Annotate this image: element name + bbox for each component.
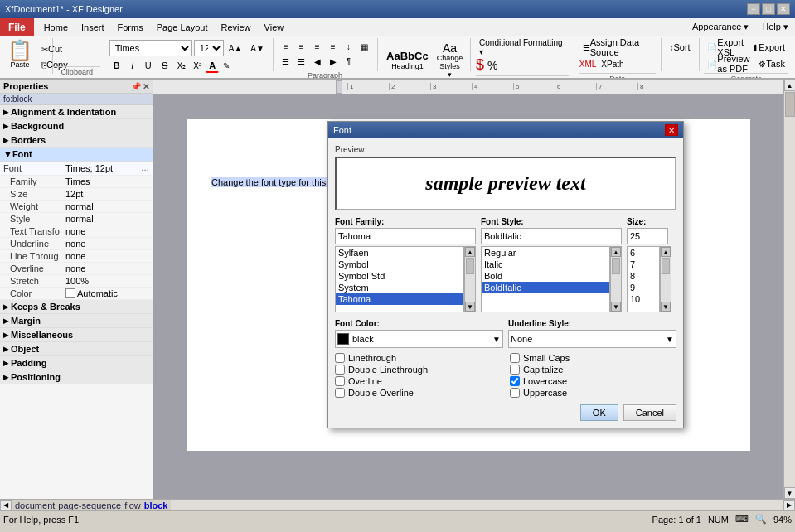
lowercase-checkbox[interactable] — [510, 376, 520, 386]
font-more-btn[interactable]: … — [141, 163, 149, 173]
align-justify-btn[interactable]: ≡ — [326, 40, 341, 53]
scroll-up-btn[interactable]: ▲ — [784, 80, 796, 91]
font-color-picker[interactable]: black ▼ — [335, 330, 503, 348]
increase-font-btn[interactable]: A▲ — [225, 41, 246, 56]
bold-button[interactable]: B — [109, 58, 124, 73]
breadcrumb-page-sequence[interactable]: page-sequence — [58, 501, 121, 510]
size-scrollbar[interactable]: ▲ ▼ — [660, 246, 671, 312]
family-scroll-up[interactable]: ▲ — [465, 247, 475, 257]
family-scroll-down[interactable]: ▼ — [465, 302, 475, 312]
uppercase-checkbox[interactable] — [510, 388, 520, 398]
sup-button[interactable]: X² — [190, 58, 205, 73]
prop-object-header[interactable]: ▶ Object — [0, 342, 153, 356]
small-caps-checkbox[interactable] — [510, 353, 520, 363]
size-8[interactable]: 8 — [628, 270, 659, 282]
ok-button[interactable]: OK — [580, 404, 618, 421]
breadcrumb-block[interactable]: block — [144, 501, 168, 510]
decrease-indent-btn[interactable]: ◀ — [310, 55, 325, 68]
minimize-button[interactable]: − — [747, 3, 760, 15]
scroll-thumb[interactable] — [785, 92, 795, 117]
scroll-track[interactable] — [784, 91, 795, 487]
shading-btn[interactable]: ▦ — [357, 40, 372, 53]
font-color-dropdown-arrow[interactable]: ▼ — [492, 335, 501, 344]
preview-pdf-btn[interactable]: 📄 Preview as PDF — [704, 56, 754, 71]
cut-button[interactable]: ✂ Cut — [38, 41, 71, 56]
font-color-button[interactable]: A — [206, 58, 219, 73]
heading1-style[interactable]: AaBbCc Heading1 — [382, 47, 432, 73]
xpath-btn[interactable]: XPath — [598, 56, 627, 71]
menu-insert[interactable]: Insert — [75, 18, 111, 36]
prop-pin-btn[interactable]: 📌 — [131, 82, 141, 91]
conditional-format-btn[interactable]: Conditional Formatting ▾ — [476, 40, 569, 55]
close-button[interactable]: ✕ — [777, 3, 790, 15]
list-btn[interactable]: ☰ — [279, 55, 293, 68]
prop-background-header[interactable]: ▶ Background — [0, 119, 153, 133]
assign-data-btn[interactable]: ☰ Assign Data Source — [579, 40, 656, 55]
size-9[interactable]: 9 — [628, 282, 659, 293]
font-size-select[interactable]: 12 — [194, 40, 224, 56]
change-styles-btn[interactable]: Aa ChangeStyles ▾ — [434, 40, 466, 80]
overline-checkbox[interactable] — [335, 376, 345, 386]
menu-file[interactable]: File — [0, 18, 34, 36]
breadcrumb-flow[interactable]: flow — [124, 501, 141, 510]
prop-block-label[interactable]: fo:block — [0, 94, 153, 105]
align-left-btn[interactable]: ≡ — [279, 40, 293, 53]
paste-button[interactable]: 📋 Paste — [3, 38, 36, 71]
prop-font-header[interactable]: ▼ Font — [0, 148, 153, 162]
hscroll-right-btn[interactable]: ▶ — [783, 500, 795, 511]
underline-button[interactable]: U — [141, 58, 156, 73]
style-bolditalic[interactable]: BoldItalic — [482, 282, 609, 293]
font-system[interactable]: System — [336, 282, 463, 293]
maximize-button[interactable]: □ — [762, 3, 775, 15]
decrease-font-btn[interactable]: A▼ — [247, 41, 268, 56]
align-center-btn[interactable]: ≡ — [294, 40, 309, 53]
increase-indent-btn[interactable]: ▶ — [326, 55, 341, 68]
prop-positioning-header[interactable]: ▶ Positioning — [0, 370, 153, 384]
highlight-button[interactable]: ✎ — [220, 58, 233, 73]
task-btn[interactable]: ⚙ Task — [755, 56, 788, 71]
double-overline-checkbox[interactable] — [335, 388, 345, 398]
font-size-list[interactable]: 6 7 8 9 10 — [627, 246, 660, 312]
font-symbol[interactable]: Symbol — [336, 259, 463, 270]
cancel-button[interactable]: Cancel — [623, 404, 676, 421]
font-tahoma[interactable]: Tahoma — [336, 293, 463, 305]
hscroll-track[interactable] — [171, 500, 783, 510]
vertical-scrollbar[interactable]: ▲ ▼ — [783, 80, 795, 499]
export-xsl-btn[interactable]: 📄 Export XSL — [704, 40, 747, 55]
prop-alignment-header[interactable]: ▶ Alignment & Indentation — [0, 105, 153, 119]
italic-button[interactable]: I — [125, 58, 140, 73]
prop-keeps-header[interactable]: ▶ Keeps & Breaks — [0, 300, 153, 314]
doc-text[interactable]: Change the font type for this text. — [211, 177, 346, 187]
double-linethrough-checkbox[interactable] — [335, 365, 345, 375]
style-scroll-thumb[interactable] — [612, 258, 620, 274]
prop-misc-header[interactable]: ▶ Miscellaneous — [0, 328, 153, 342]
size-scroll-up[interactable]: ▲ — [661, 247, 671, 257]
num-list-btn[interactable]: ☰ — [294, 55, 309, 68]
linethrough-checkbox[interactable] — [335, 353, 345, 363]
font-family-select[interactable]: Times — [109, 40, 192, 56]
style-bold[interactable]: Bold — [482, 270, 609, 282]
size-7[interactable]: 7 — [628, 259, 659, 270]
menu-home[interactable]: Home — [37, 18, 75, 36]
prop-close-btn[interactable]: ✕ — [143, 82, 149, 91]
align-right-btn[interactable]: ≡ — [310, 40, 325, 53]
horizontal-scrollbar[interactable]: ◀ document page-sequence flow block ▶ — [0, 499, 795, 510]
menu-forms[interactable]: Forms — [111, 18, 150, 36]
size-scroll-down[interactable]: ▼ — [661, 302, 671, 312]
hscroll-left-btn[interactable]: ◀ — [0, 500, 12, 511]
style-italic[interactable]: Italic — [482, 259, 609, 270]
font-sylfaen[interactable]: Sylfaen — [336, 247, 463, 259]
underline-dropdown-arrow[interactable]: ▼ — [666, 335, 674, 344]
pilcrow-btn[interactable]: ¶ — [342, 55, 356, 68]
menu-page-layout[interactable]: Page Layout — [150, 18, 215, 36]
family-scroll-thumb[interactable] — [466, 258, 474, 274]
font-symbol-std[interactable]: Symbol Std — [336, 270, 463, 282]
style-regular[interactable]: Regular — [482, 247, 609, 259]
font-family-input[interactable] — [335, 228, 476, 244]
size-input[interactable] — [627, 228, 668, 244]
style-scrollbar[interactable]: ▲ ▼ — [610, 246, 622, 312]
breadcrumb-document[interactable]: document — [15, 501, 55, 510]
size-scroll-thumb[interactable] — [662, 258, 670, 274]
style-scroll-down[interactable]: ▼ — [611, 302, 621, 312]
sub-button[interactable]: X₂ — [174, 58, 190, 73]
